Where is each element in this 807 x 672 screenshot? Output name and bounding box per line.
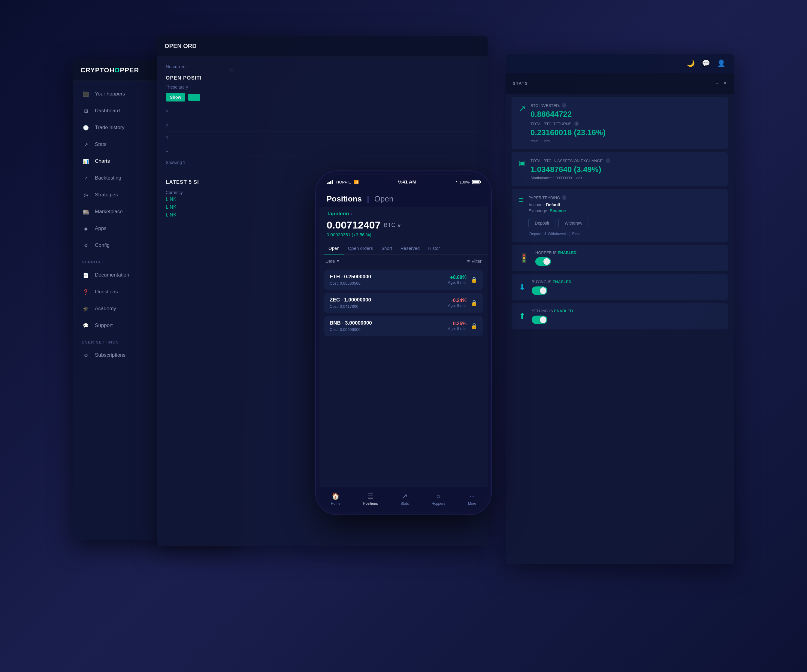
sidebar-item-label: Apps [95, 226, 106, 231]
buying-enabled-label: BUYING IS ENABLED [532, 279, 721, 284]
phone-content: Tapoleon › 0.00712407 BTC ∨ 0.00020351 (… [319, 206, 488, 511]
tab-open-orders[interactable]: Open orders [344, 242, 377, 254]
tab-open[interactable]: Open [324, 242, 344, 254]
toggle-indicator [188, 94, 200, 101]
phone-header: Positions | Open [319, 190, 488, 206]
stats-header: STATS − × [506, 73, 734, 94]
pos-change: -0.24% [448, 298, 467, 303]
bottom-nav-hoppers[interactable]: ○ Hoppers [432, 492, 445, 506]
bottom-nav-positions[interactable]: ☰ Positions [363, 492, 378, 506]
btc-dropdown-icon[interactable]: ∨ [397, 221, 402, 229]
col-hash: # [166, 109, 322, 114]
trend-up-icon: ↗ [519, 103, 526, 113]
wallet-icon: ▣ [519, 159, 526, 167]
battery-fill [473, 181, 480, 183]
paper-links: Deposits & Withdrawals | Reset [528, 232, 721, 236]
sidebar-item-label: Dashboard [95, 108, 120, 114]
sidebar-item-label: Trade history [95, 125, 125, 131]
hopper-toggle[interactable] [535, 257, 551, 266]
history-icon: 🕐 [81, 123, 90, 132]
buying-toggle-content: BUYING IS ENABLED [532, 279, 721, 295]
paper-trading-icon: ≡ [519, 195, 523, 205]
pos-cost: Cost: 0.0417800 [330, 304, 448, 309]
deposit-button[interactable]: Deposit [528, 218, 555, 228]
sidebar-item-label: Stats [95, 141, 106, 147]
date-filter[interactable]: Date ▾ [325, 258, 339, 264]
paper-exchange: Exchange: Binance [528, 208, 721, 213]
positions-label: Positions [363, 501, 378, 506]
reset-link-2[interactable]: Reset [572, 232, 581, 236]
signal-bar-2 [329, 182, 330, 184]
btc-invested-label: BTC INVESTED: i [530, 103, 721, 108]
position-item-eth[interactable]: ETH · 0.25000000 Cost: 0.00530500 +0.08%… [324, 269, 483, 290]
total-assets-card: ▣ TOTAL BTC IN ASSETS ON EXCHANGE: i 1.0… [511, 152, 728, 186]
startbalance-row: Startbalance: 1.00000000 edit [530, 176, 721, 180]
pos-left: ETH · 0.25000000 Cost: 0.00530500 [330, 274, 448, 286]
bottom-nav-home[interactable]: 🏠 Home [331, 492, 340, 506]
paper-account: Account: Default [528, 202, 721, 207]
tab-short[interactable]: Short [377, 242, 396, 254]
sidebar-item-label: Subscriptions [95, 352, 126, 358]
bottom-nav: 🏠 Home ☰ Positions ↗ Stats ○ Hoppers [319, 487, 488, 511]
bottom-nav-more[interactable]: ··· More [468, 492, 476, 506]
phone-page-title: Positions | Open [327, 194, 480, 204]
reset-link[interactable]: reset [530, 139, 539, 143]
moon-icon[interactable]: 🌙 [687, 60, 695, 67]
bottom-nav-stats[interactable]: ↗ Stats [400, 492, 408, 506]
table-row: 2 [166, 120, 479, 132]
signal-bar-1 [327, 183, 328, 184]
buying-status: ENABLED [553, 279, 571, 284]
download-arrow-icon: ⬇ [519, 282, 526, 292]
filter-button[interactable]: ≡ Filter [467, 258, 482, 264]
sidebar-item-label: Marketplace [95, 209, 123, 215]
position-item-zec[interactable]: ZEC · 1.00000000 Cost: 0.0417800 -0.24% … [324, 293, 483, 313]
tab-history[interactable]: Histor [424, 242, 444, 254]
stats-nav-label: Stats [400, 501, 408, 506]
phone-wrapper: HOPPIE 📶 9:41 AM * 100% Positions | [319, 175, 488, 511]
hopper-toggle-content: HOPPER IS ENABLED [535, 250, 721, 266]
stat-content: BTC INVESTED: i 0.88644722 TOTAL BTC RET… [530, 103, 721, 143]
positions-list: ETH · 0.25000000 Cost: 0.00530500 +0.08%… [319, 267, 488, 487]
minimize-button[interactable]: − [716, 80, 719, 86]
total-assets-value: 1.03487640 (3.49%) [530, 165, 721, 174]
edit-link[interactable]: edit [576, 176, 582, 180]
close-button[interactable]: × [723, 80, 727, 86]
chat-icon[interactable]: 💬 [702, 60, 710, 67]
hopper-toggle-card: 🚦 HOPPER IS ENABLED [511, 245, 728, 271]
selling-toggle[interactable] [532, 316, 547, 324]
info-icon-4: i [562, 195, 566, 200]
buying-toggle[interactable] [532, 286, 547, 295]
user-icon[interactable]: 👤 [717, 60, 726, 67]
withdraw-button[interactable]: Withdraw [558, 218, 588, 228]
subscriptions-icon: ⚙ [81, 351, 90, 359]
tab-reserved[interactable]: Reserved [396, 242, 424, 254]
row-number: 1 [166, 148, 178, 153]
more-nav-label: More [468, 501, 476, 506]
info-link[interactable]: info [544, 139, 550, 143]
lock-icon: 🔒 [471, 323, 477, 329]
position-item-bnb[interactable]: BNB · 3.00000000 Cost: 0.00696000 -0.25%… [324, 316, 483, 336]
btc-amount: 0.00712407 BTC ∨ [319, 219, 488, 231]
apps-icon: ◆ [81, 224, 90, 233]
no-current-text: No current [166, 64, 479, 69]
pos-name: BNB · 3.00000000 [330, 320, 448, 326]
total-btc-returns-label: TOTAL BTC RETURNS: i [530, 121, 721, 126]
home-icon: 🏠 [331, 492, 340, 500]
deposits-withdrawals-link[interactable]: Deposits & Withdrawals [529, 232, 568, 236]
paper-buttons: Deposit Withdraw [528, 218, 721, 228]
bluetooth-icon: * [456, 180, 457, 185]
show-button[interactable]: Show [166, 93, 185, 101]
support-icon: 💬 [81, 321, 90, 330]
strategies-icon: ◎ [81, 191, 90, 199]
sidebar-item-label: Your hoppers [95, 91, 125, 97]
hoppers-nav-icon: ○ [437, 492, 440, 500]
hopper-chevron-icon: › [350, 211, 352, 216]
pos-change: -0.25% [448, 321, 467, 326]
btc-change: 0.00020351 (+3.56 %) [319, 231, 488, 242]
showing-text: Showing 1 [166, 160, 479, 165]
hopper-name[interactable]: Tapoleon › [319, 206, 488, 219]
scene: CRYPTOHOPPER ☰ ⬛ Your hoppers ⊞ Dashboar… [73, 36, 734, 636]
pos-left: BNB · 3.00000000 Cost: 0.00696000 [330, 320, 448, 332]
these-are-text: These are y [166, 85, 479, 90]
mobile-phone: HOPPIE 📶 9:41 AM * 100% Positions | [319, 175, 488, 511]
